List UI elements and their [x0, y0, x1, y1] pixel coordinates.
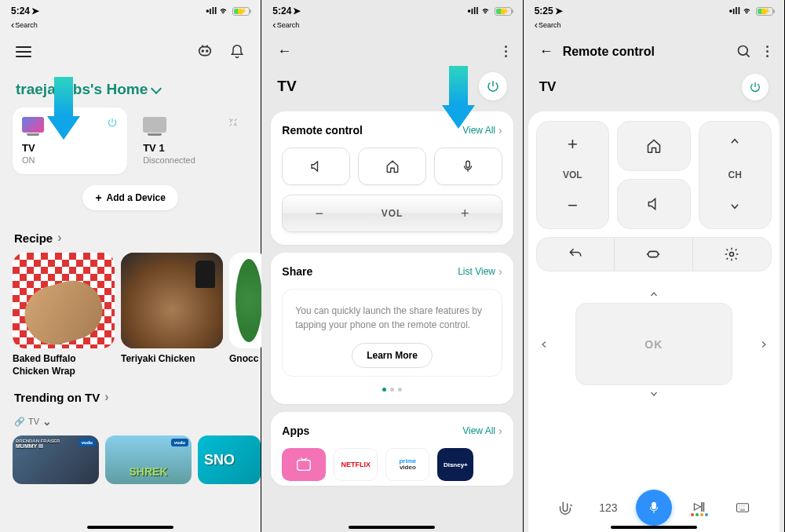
power-icon[interactable]	[107, 117, 118, 128]
device-name: TV 1	[143, 142, 239, 154]
device-status: Disconnected	[143, 155, 239, 165]
tutorial-arrow	[47, 77, 80, 140]
home-button[interactable]	[358, 148, 426, 185]
ok-button[interactable]: OK	[575, 303, 732, 385]
mute-button[interactable]	[617, 179, 690, 229]
trending-source-selector[interactable]: 🔗TV	[0, 412, 261, 431]
svg-rect-3	[466, 161, 470, 167]
back-return-button[interactable]	[537, 238, 615, 271]
power-button[interactable]	[742, 74, 769, 100]
recipe-card[interactable]: Teriyaki Chicken	[121, 253, 223, 377]
show-card[interactable]: vudu SHREK	[105, 435, 192, 484]
back-to-search[interactable]: Search	[0, 19, 261, 32]
svg-rect-0	[199, 47, 211, 56]
volume-down-button[interactable]: −	[283, 206, 356, 222]
ch-label: CH	[728, 169, 742, 180]
home-indicator[interactable]	[349, 526, 435, 529]
svg-rect-9	[736, 504, 748, 512]
share-description: You can quickly launch the share feature…	[290, 297, 493, 343]
tv-icon	[22, 117, 44, 133]
notification-icon[interactable]	[229, 44, 245, 60]
playback-button[interactable]	[684, 492, 715, 523]
back-button[interactable]: ←	[277, 43, 291, 60]
back-to-search[interactable]: Search	[524, 19, 784, 32]
home-selector[interactable]: traejacobs's Home	[0, 68, 261, 107]
home-button[interactable]	[617, 121, 690, 171]
recipe-section-header[interactable]: Recipe	[0, 210, 261, 253]
channel-down-button[interactable]	[729, 199, 740, 216]
channel-rocker[interactable]: CH	[699, 121, 772, 229]
dpad-left[interactable]	[539, 336, 549, 353]
pagination-dots	[282, 388, 502, 392]
voice-button[interactable]	[434, 148, 502, 185]
chat-icon[interactable]	[196, 43, 214, 60]
device-name: TV	[539, 79, 557, 95]
volume-up-button[interactable]: +	[429, 206, 502, 222]
mute-button[interactable]	[282, 148, 350, 185]
back-to-search[interactable]: Search	[261, 19, 522, 32]
voice-mic-button[interactable]	[636, 490, 672, 526]
status-time: 5:24	[272, 5, 291, 16]
list-view-link[interactable]: List View	[458, 265, 502, 278]
location-icon: ➤	[293, 5, 301, 16]
more-options-button[interactable]	[766, 46, 769, 57]
status-icons: •ıllᯤ ⚡	[467, 5, 511, 16]
vudu-badge: vudu	[78, 439, 96, 446]
learn-more-button[interactable]: Learn More	[352, 343, 433, 368]
numpad-button[interactable]: 123	[593, 492, 624, 523]
status-icons: •ıllᯤ ⚡	[729, 5, 773, 16]
device-status: ON	[22, 155, 118, 165]
app-disney-plus[interactable]: Disney+	[437, 448, 473, 481]
dpad-up[interactable]	[649, 286, 659, 303]
menu-button[interactable]	[16, 46, 31, 57]
svg-point-1	[203, 50, 204, 52]
location-icon: ➤	[31, 5, 39, 16]
device-card-tv1[interactable]: TV 1 Disconnected	[133, 107, 248, 174]
svg-rect-6	[648, 251, 659, 257]
volume-up-button[interactable]: +	[568, 134, 578, 155]
keyboard-button[interactable]	[727, 492, 758, 523]
status-time: 5:25	[535, 5, 553, 16]
vol-label: VOL	[563, 169, 582, 180]
more-options-button[interactable]	[505, 46, 507, 57]
svg-point-2	[206, 50, 208, 52]
input-source-button[interactable]	[615, 238, 692, 271]
vol-label: VOL	[356, 208, 429, 219]
add-device-button[interactable]: Add a Device	[82, 185, 178, 210]
back-button[interactable]: ←	[539, 43, 553, 60]
vudu-badge: vudu	[171, 439, 188, 446]
page-title: Remote control	[563, 45, 655, 59]
app-prime-video[interactable]: primevideo	[385, 448, 429, 481]
recipe-image	[121, 253, 223, 348]
show-card[interactable]: vudu BRENDAN FRASER MUMMY III	[13, 435, 99, 484]
channel-up-button[interactable]	[729, 134, 740, 151]
show-card[interactable]: SNO	[198, 435, 261, 484]
status-time: 5:24	[11, 5, 30, 16]
app-netflix[interactable]: NETFLIX	[334, 448, 378, 481]
search-icon[interactable]	[736, 44, 752, 60]
recipe-card[interactable]: Baked Buffalo Chicken Wrap	[13, 253, 115, 377]
trending-section-header[interactable]: Trending on TV	[0, 377, 261, 412]
device-name: TV	[22, 142, 118, 154]
dpad-down[interactable]	[649, 385, 659, 403]
svg-point-5	[738, 46, 747, 55]
disconnect-icon	[228, 117, 239, 128]
remote-section-title: Remote control	[282, 124, 363, 137]
tv-icon	[143, 117, 166, 133]
view-all-link[interactable]: View All	[462, 425, 502, 437]
svg-point-7	[730, 253, 734, 257]
home-indicator[interactable]	[611, 526, 697, 529]
apps-section-title: Apps	[282, 425, 309, 437]
tutorial-arrow	[442, 66, 475, 129]
power-button[interactable]	[479, 72, 507, 100]
dpad-right[interactable]	[759, 336, 769, 353]
volume-rocker[interactable]: + VOL −	[536, 121, 609, 229]
app-lg-channels[interactable]	[282, 448, 326, 481]
recipe-title: Baked Buffalo Chicken Wrap	[13, 353, 115, 377]
volume-down-button[interactable]: −	[568, 195, 578, 216]
svg-rect-8	[652, 502, 656, 508]
settings-button[interactable]	[693, 238, 771, 271]
touchpad-mode-button[interactable]	[550, 492, 581, 523]
page-title: TV	[277, 78, 296, 95]
home-indicator[interactable]	[87, 526, 173, 529]
